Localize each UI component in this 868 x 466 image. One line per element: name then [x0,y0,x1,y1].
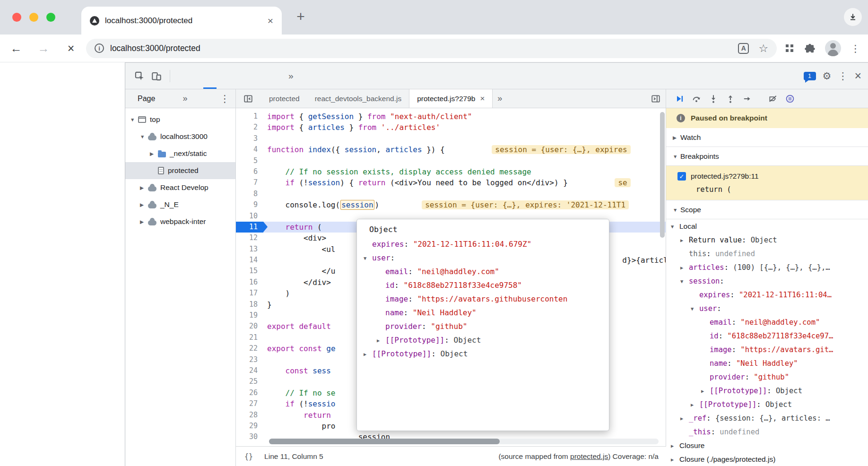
line-number-gutter[interactable]: 6 [236,166,263,177]
disclosure-arrow-icon[interactable]: ▶ [150,151,158,156]
object-property-row[interactable]: name: "Neil Haddley" [357,306,609,319]
scope-tree-item[interactable]: ▼user: [666,302,868,315]
editor-tab[interactable]: protected [261,89,307,108]
devtools-tab[interactable] [177,63,190,89]
pause-on-exceptions-button[interactable] [781,91,799,106]
line-number-gutter[interactable]: 20 [236,321,263,332]
line-number-gutter[interactable]: 17 [236,288,263,299]
file-tree-item[interactable]: ▶ _N_E [125,196,235,213]
resume-button[interactable] [671,91,688,106]
line-number-gutter[interactable]: 19 [236,310,263,321]
scope-tree-item[interactable]: ▼Local [666,219,868,233]
new-tab-button[interactable]: + [290,9,311,25]
scope-tree-item[interactable]: ▶_ref: {session: {…}, articles: … [666,411,868,425]
scrollbar-thumb[interactable] [269,439,500,444]
navigator-toggle-button[interactable] [240,90,257,107]
scope-tree-item[interactable]: ▶Return value: Object [666,233,868,247]
line-number-gutter[interactable]: 11 [236,222,263,233]
zoom-window-button[interactable] [46,13,55,22]
object-property-row[interactable]: ▶[[Prototype]]: Object [357,347,609,361]
debugger-panel-toggle-button[interactable] [651,94,660,104]
bookmark-star-icon[interactable]: ☆ [758,43,768,54]
navigator-more-tabs-icon[interactable]: » [182,94,187,104]
editor-vertical-scrollbar[interactable] [660,112,665,238]
disclosure-arrow-icon[interactable]: ▶ [140,185,148,190]
profile-avatar[interactable] [825,40,841,56]
disclosure-arrow-icon[interactable]: ▼ [673,207,680,213]
line-number-gutter[interactable]: 15 [236,266,263,276]
file-tree-item[interactable]: ▼ localhost:3000 [125,128,235,145]
disclosure-arrow-icon[interactable]: ▼ [671,224,679,229]
step-over-button[interactable] [688,91,705,106]
scope-tree-item[interactable]: image: "https://avatars.git… [666,343,868,356]
disclosure-arrow-icon[interactable]: ▼ [130,117,138,122]
disclosure-arrow-icon[interactable]: ▶ [671,443,679,449]
downloads-button[interactable] [844,8,862,26]
step-out-button[interactable] [722,91,739,106]
device-toolbar-button[interactable] [148,68,165,85]
more-panels-icon[interactable]: » [283,71,299,81]
stop-button[interactable]: × [61,43,81,54]
extension-grid-icon[interactable] [784,43,795,53]
line-number-gutter[interactable]: 29 [236,421,263,431]
code-line[interactable]: 4 function index({ session, articles }) … [236,144,666,155]
disclosure-arrow-icon[interactable]: ▶ [673,135,680,140]
line-number-gutter[interactable]: 7 [236,177,263,188]
devtools-tab[interactable] [256,63,269,89]
disclosure-arrow-icon[interactable]: ▼ [140,134,148,139]
object-property-row[interactable]: email: "neil@haddley.com" [357,265,609,278]
deactivate-breakpoints-button[interactable] [764,91,781,106]
scope-section-header[interactable]: ▼ Scope [666,200,868,219]
devtools-menu-icon[interactable]: ⋮ [838,71,848,81]
disclosure-arrow-icon[interactable]: ▼ [691,306,699,311]
disclosure-arrow-icon[interactable]: ▶ [680,237,689,243]
scope-tree-item[interactable]: this: undefined [666,247,868,260]
code-line[interactable]: 9 console.log(session)session = {user: {… [236,199,666,210]
code-line[interactable]: 3 [236,133,666,144]
devtools-tab[interactable] [217,63,230,89]
devtools-tab[interactable] [243,63,256,89]
line-number-gutter[interactable]: 23 [236,354,263,365]
disclosure-arrow-icon[interactable]: ▶ [671,457,679,462]
disclosure-arrow-icon[interactable]: ▶ [377,337,385,343]
scope-tree-item[interactable]: ▶Closure (./pages/protected.js) [666,452,868,466]
source-map-link[interactable]: protected.js [570,452,608,460]
disclosure-arrow-icon[interactable]: ▶ [140,219,148,224]
line-number-gutter[interactable]: 26 [236,388,263,398]
line-number-gutter[interactable]: 27 [236,398,263,409]
scope-tree-item[interactable]: id: "618c88eb27118f33e4ce97… [666,329,868,343]
breakpoints-section-header[interactable]: ▼ Breakpoints [666,147,868,166]
inspect-element-button[interactable] [131,68,148,85]
file-tree-item[interactable]: protected [125,162,235,179]
line-number-gutter[interactable]: 3 [236,133,263,144]
browser-tab[interactable]: localhost:3000/protected × [81,7,282,35]
disclosure-arrow-icon[interactable]: ▼ [364,255,372,261]
translate-icon[interactable]: A [738,43,749,54]
scope-tree-item[interactable]: ▶articles: (100) [{…}, {…}, {…},… [666,260,868,274]
line-number-gutter[interactable]: 22 [236,343,263,354]
devtools-close-icon[interactable]: × [854,70,861,82]
object-property-row[interactable]: image: "https://avatars.githubuserconten [357,292,609,306]
disclosure-arrow-icon[interactable]: ▶ [691,402,699,407]
code-line[interactable]: 5 [236,155,666,166]
code-line[interactable]: 6 // If no session exists, display acces… [236,166,666,177]
line-number-gutter[interactable]: 21 [236,332,263,343]
editor-horizontal-scrollbar[interactable] [269,439,659,444]
browser-menu-icon[interactable]: ⋮ [851,43,860,53]
object-property-row[interactable]: ▶[[Prototype]]: Object [357,333,609,347]
code-line[interactable]: 7 if (!session) { return (<div>You need … [236,177,666,188]
disclosure-arrow-icon[interactable]: ▶ [364,351,372,357]
line-number-gutter[interactable]: 18 [236,299,263,310]
tab-close-icon[interactable]: × [268,16,273,26]
line-number-gutter[interactable]: 8 [236,189,263,199]
line-number-gutter[interactable]: 10 [236,211,263,222]
breakpoint-entry[interactable]: ✓ protected.js?279b:11 return ( [666,166,868,200]
scope-tree-item[interactable]: ▶Closure [666,439,868,452]
file-tree-item[interactable]: ▼ top [125,111,235,128]
line-number-gutter[interactable]: 9 [236,199,263,210]
site-info-icon[interactable]: i [95,43,104,53]
line-number-gutter[interactable]: 13 [236,244,263,255]
editor-tab-close-icon[interactable]: × [480,94,485,104]
scope-tree-item[interactable]: ▶[[Prototype]]: Object [666,397,868,411]
file-tree-item[interactable]: ▶ webpack-inter [125,213,235,230]
